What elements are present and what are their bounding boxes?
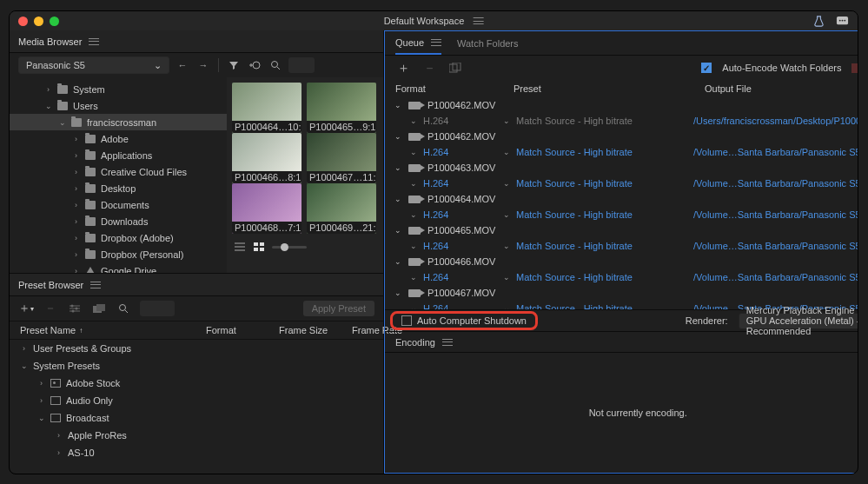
chevron-down-icon[interactable]: ⌄ bbox=[409, 210, 418, 219]
format-value[interactable]: H.264 bbox=[423, 241, 448, 251]
chevron-right-icon[interactable]: › bbox=[72, 168, 80, 176]
chevron-down-icon[interactable]: ⌄ bbox=[394, 132, 401, 141]
tree-item[interactable]: ›Google Drive bbox=[10, 262, 227, 273]
queue-item[interactable]: ⌄H.264⌄Match Source - High bitrate/Volum… bbox=[385, 144, 858, 160]
media-search-input[interactable] bbox=[288, 57, 315, 73]
preset-value[interactable]: Match Source - High bitrate bbox=[516, 116, 633, 126]
add-preset-button[interactable]: ＋▾ bbox=[18, 301, 34, 316]
chevron-down-icon[interactable]: ⌄ bbox=[37, 414, 45, 422]
preset-row[interactable]: ›Audio Only bbox=[10, 392, 383, 409]
filter-button[interactable] bbox=[226, 57, 242, 73]
chevron-right-icon[interactable]: › bbox=[72, 250, 80, 259]
tree-item[interactable]: ›Dropbox (Personal) bbox=[10, 246, 227, 262]
workspace-menu-icon[interactable] bbox=[473, 17, 483, 24]
format-value[interactable]: H.264 bbox=[423, 178, 448, 189]
chevron-down-icon[interactable]: ⌄ bbox=[409, 148, 418, 156]
preset-row[interactable]: ›Adobe Stock bbox=[10, 375, 383, 392]
chevron-down-icon[interactable]: ⌄ bbox=[409, 273, 418, 282]
chevron-down-icon[interactable]: ⌄ bbox=[502, 273, 511, 282]
preset-settings-button[interactable] bbox=[67, 301, 83, 316]
queue-group[interactable]: ⌄P1000464.MOV bbox=[385, 191, 858, 207]
clip-thumbnail[interactable]: P1000465…9:12 bbox=[307, 83, 376, 133]
chevron-down-icon[interactable]: ⌄ bbox=[502, 179, 511, 188]
chevron-right-icon[interactable]: › bbox=[72, 267, 80, 274]
preset-row[interactable]: ⌄System Presets bbox=[10, 357, 383, 375]
source-dropdown[interactable]: Panasonic S5 ⌄ bbox=[18, 56, 169, 74]
chevron-right-icon[interactable]: › bbox=[72, 217, 80, 226]
chevron-right-icon[interactable]: › bbox=[37, 379, 45, 388]
col-frame-size[interactable]: Frame Size bbox=[279, 325, 348, 335]
chevron-down-icon[interactable]: ⌄ bbox=[409, 116, 418, 125]
chevron-down-icon[interactable]: ⌄ bbox=[409, 179, 418, 188]
search-icon[interactable] bbox=[268, 57, 283, 73]
chevron-down-icon[interactable]: ⌄ bbox=[502, 148, 511, 156]
apply-preset-button[interactable]: Apply Preset bbox=[303, 301, 374, 316]
renderer-dropdown[interactable]: Mercury Playback Engine GPU Acceleration… bbox=[739, 313, 858, 329]
duplicate-button[interactable] bbox=[447, 60, 463, 76]
auto-encode-checkbox[interactable]: ✓ bbox=[701, 63, 712, 73]
tree-item[interactable]: ⌄Users bbox=[10, 97, 227, 114]
chevron-right-icon[interactable]: › bbox=[72, 201, 80, 209]
auto-shutdown-checkbox[interactable] bbox=[401, 315, 412, 326]
preset-value[interactable]: Match Source - High bitrate bbox=[516, 178, 633, 189]
tree-item[interactable]: ›Downloads bbox=[10, 213, 227, 229]
preset-row[interactable]: ›User Presets & Groups bbox=[10, 340, 383, 357]
chevron-down-icon[interactable]: ⌄ bbox=[394, 257, 401, 266]
nav-back-button[interactable]: ← bbox=[175, 57, 190, 73]
chevron-right-icon[interactable]: › bbox=[72, 184, 80, 193]
preset-value[interactable]: Match Source - High bitrate bbox=[516, 303, 633, 309]
preset-search-icon[interactable] bbox=[116, 301, 131, 316]
chevron-down-icon[interactable]: ⌄ bbox=[394, 101, 401, 109]
tree-item[interactable]: ›Documents bbox=[10, 196, 227, 213]
chevron-down-icon[interactable]: ⌄ bbox=[502, 210, 511, 219]
tree-item[interactable]: ⌄franciscrossman bbox=[10, 114, 227, 130]
output-path[interactable]: /Volume…Santa Barbara/Panasonic S5/P1000 bbox=[693, 178, 858, 189]
tree-item[interactable]: ›System bbox=[10, 81, 227, 97]
chevron-down-icon[interactable]: ⌄ bbox=[58, 118, 66, 127]
list-view-button[interactable] bbox=[234, 242, 246, 252]
clip-thumbnail[interactable]: P1000464…10:12 bbox=[232, 83, 301, 133]
tree-item[interactable]: ›Dropbox (Adobe) bbox=[10, 229, 227, 246]
lab-icon[interactable] bbox=[812, 15, 825, 28]
thumb-size-slider[interactable] bbox=[272, 246, 307, 249]
zoom-window-button[interactable] bbox=[50, 17, 59, 26]
chevron-down-icon[interactable]: ⌄ bbox=[20, 361, 28, 370]
queue-item[interactable]: ⌄H.264⌄Match Source - High bitrate/Volum… bbox=[385, 269, 858, 285]
workspace-title[interactable]: Default Workspace bbox=[384, 16, 484, 26]
col-format[interactable]: Format bbox=[206, 325, 275, 335]
chevron-right-icon[interactable]: › bbox=[72, 234, 80, 242]
remove-source-button[interactable]: － bbox=[421, 60, 437, 76]
chevron-down-icon[interactable]: ⌄ bbox=[394, 226, 401, 235]
preset-value[interactable]: Match Source - High bitrate bbox=[516, 241, 633, 251]
tree-item[interactable]: ›Adobe bbox=[10, 130, 227, 147]
chevron-down-icon[interactable]: ⌄ bbox=[502, 242, 511, 250]
clip-thumbnail[interactable]: P1000466…8:12 bbox=[232, 133, 301, 183]
queue-item[interactable]: ⌄H.264⌄Match Source - High bitrate/Volum… bbox=[385, 176, 858, 191]
queue-group[interactable]: ⌄P1000466.MOV bbox=[385, 254, 858, 269]
tree-item[interactable]: ›Creative Cloud Files bbox=[10, 163, 227, 180]
clip-thumbnail[interactable]: P1000469…21:12 bbox=[307, 183, 376, 234]
chevron-right-icon[interactable]: › bbox=[55, 448, 63, 457]
clip-thumbnail[interactable]: P1000467…11:12 bbox=[307, 133, 376, 183]
preset-row[interactable]: ⌄Broadcast bbox=[10, 409, 383, 427]
queue-group[interactable]: ⌄P1000462.MOV bbox=[385, 97, 858, 113]
format-value[interactable]: H.264 bbox=[423, 116, 448, 126]
add-source-button[interactable]: ＋ bbox=[395, 60, 411, 76]
media-browser-menu-icon[interactable] bbox=[89, 38, 99, 45]
chevron-down-icon[interactable]: ⌄ bbox=[394, 288, 401, 297]
nav-forward-button[interactable]: → bbox=[195, 57, 211, 73]
chevron-right-icon[interactable]: › bbox=[37, 396, 45, 405]
queue-group[interactable]: ⌄P1000462.MOV bbox=[385, 129, 858, 144]
chevron-down-icon[interactable]: ⌄ bbox=[409, 242, 418, 250]
output-path[interactable]: /Volume…Santa Barbara/Panasonic S5/P1000 bbox=[693, 241, 858, 251]
tree-item[interactable]: ›Desktop bbox=[10, 180, 227, 196]
col-preset-name[interactable]: Preset Name bbox=[20, 325, 76, 335]
chevron-right-icon[interactable]: › bbox=[72, 151, 80, 160]
preset-value[interactable]: Match Source - High bitrate bbox=[516, 147, 633, 157]
format-value[interactable]: H.264 bbox=[423, 209, 448, 220]
output-path[interactable]: /Volume…Santa Barbara/Panasonic S5/P1000 bbox=[693, 209, 858, 220]
stop-queue-button[interactable] bbox=[851, 63, 858, 73]
queue-item[interactable]: ⌄H.264⌄Match Source - High bitrate/Volum… bbox=[385, 238, 858, 254]
format-value[interactable]: H.264 bbox=[423, 272, 448, 282]
output-path[interactable]: /Volume…Santa Barbara/Panasonic S5/P1000 bbox=[693, 272, 858, 282]
